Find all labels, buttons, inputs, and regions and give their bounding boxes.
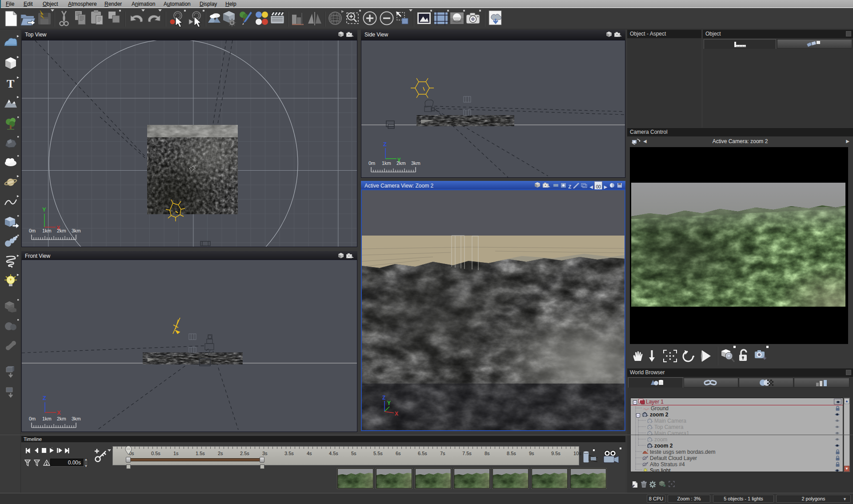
svg-text:1km: 1km [42, 416, 52, 421]
svg-text:2km: 2km [57, 228, 66, 233]
svg-text:Z: Z [382, 395, 385, 401]
svg-text:Z: Z [43, 395, 46, 401]
svg-text:1km: 1km [382, 160, 391, 166]
svg-text:Y: Y [387, 400, 391, 406]
svg-text:f: f [647, 449, 648, 452]
svg-text:T: T [7, 77, 14, 90]
svg-text:0m: 0m [368, 160, 375, 166]
svg-text:3km: 3km [411, 160, 420, 166]
svg-text:Y: Y [42, 206, 46, 213]
svg-text:2km: 2km [396, 160, 406, 166]
svg-text:X: X [395, 411, 398, 417]
svg-text:Z: Z [383, 141, 387, 148]
svg-text:0m: 0m [29, 416, 36, 421]
svg-text:1km: 1km [42, 228, 52, 233]
svg-text:X: X [57, 409, 61, 416]
svg-text:3km: 3km [72, 416, 81, 421]
svg-text:2km: 2km [57, 416, 66, 421]
svg-text:0m: 0m [29, 228, 36, 233]
svg-text:3km: 3km [72, 228, 81, 233]
